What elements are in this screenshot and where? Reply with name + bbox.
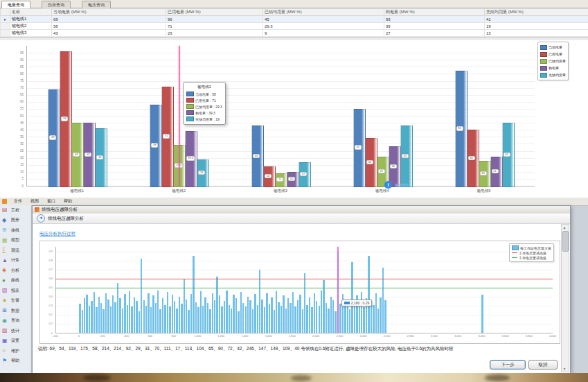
sidebar-item-计算[interactable]: ▲计算 bbox=[0, 256, 31, 266]
bar[interactable] bbox=[332, 300, 334, 333]
bar[interactable] bbox=[231, 309, 232, 333]
bar[interactable] bbox=[207, 303, 208, 333]
bar[interactable] bbox=[136, 301, 137, 333]
sidebar-item-帮助[interactable]: ⚑帮助 bbox=[0, 356, 31, 367]
info-dot-icon[interactable]: i bbox=[384, 181, 392, 189]
bar[interactable] bbox=[200, 291, 202, 333]
sidebar-item-图形[interactable]: ◆图形 bbox=[0, 216, 31, 226]
bar[interactable] bbox=[164, 305, 166, 333]
bar[interactable] bbox=[148, 293, 149, 333]
menu-item-3[interactable]: 窗口 bbox=[43, 198, 60, 205]
bar[interactable] bbox=[84, 298, 85, 333]
bar[interactable] bbox=[274, 310, 275, 333]
bar[interactable] bbox=[245, 306, 247, 333]
bar[interactable] bbox=[278, 302, 279, 333]
bar[interactable] bbox=[131, 306, 132, 333]
column-header[interactable]: 已纳均用量 (MW·%) bbox=[263, 9, 384, 16]
scroll-up-icon[interactable]: ▲ bbox=[562, 225, 567, 230]
bar[interactable] bbox=[139, 311, 140, 333]
bar[interactable] bbox=[226, 290, 227, 333]
bar[interactable] bbox=[212, 293, 213, 333]
bar[interactable] bbox=[82, 310, 83, 333]
sidebar-item-数据[interactable]: ⊞数据 bbox=[0, 306, 31, 316]
bar[interactable] bbox=[167, 292, 168, 333]
bar[interactable] bbox=[351, 262, 353, 333]
bar[interactable] bbox=[141, 259, 142, 333]
bar[interactable] bbox=[314, 293, 315, 333]
menu-item-2[interactable]: 视图 bbox=[26, 198, 43, 205]
bar[interactable] bbox=[169, 306, 170, 333]
tab-2[interactable]: 负荷查询 bbox=[42, 1, 71, 8]
bar[interactable] bbox=[287, 298, 289, 333]
menu-item-4[interactable]: 帮助 bbox=[60, 198, 76, 205]
bar[interactable] bbox=[349, 309, 350, 333]
bar[interactable] bbox=[122, 309, 123, 333]
bar[interactable] bbox=[224, 301, 225, 333]
bar[interactable] bbox=[190, 294, 192, 333]
bar[interactable] bbox=[150, 307, 152, 333]
bar[interactable] bbox=[252, 309, 253, 333]
sidebar-item-统计[interactable]: ▨统计 bbox=[0, 326, 31, 336]
bar[interactable] bbox=[79, 304, 80, 333]
scroll-down-icon[interactable]: ▼ bbox=[562, 366, 567, 372]
bar[interactable] bbox=[339, 304, 341, 333]
column-header[interactable]: 构电量 (MW·%) bbox=[384, 9, 485, 16]
bar[interactable] bbox=[235, 298, 237, 333]
bar[interactable] bbox=[302, 309, 303, 333]
sidebar-item-曲线[interactable]: ●曲线 bbox=[0, 276, 31, 286]
bar[interactable] bbox=[110, 306, 112, 333]
scrollbar-thumb[interactable] bbox=[562, 231, 569, 252]
bar[interactable] bbox=[98, 297, 100, 333]
tab-3[interactable]: 电压查询 bbox=[82, 1, 111, 8]
bar[interactable] bbox=[261, 299, 262, 333]
bar[interactable] bbox=[242, 303, 244, 333]
bar[interactable] bbox=[306, 305, 308, 333]
bar[interactable] bbox=[157, 290, 159, 333]
bar[interactable] bbox=[380, 297, 381, 333]
bar[interactable] bbox=[294, 306, 296, 333]
next-button[interactable]: 下一步 bbox=[490, 360, 526, 370]
bar[interactable] bbox=[204, 297, 206, 333]
bar[interactable] bbox=[254, 294, 256, 333]
bar[interactable] bbox=[143, 300, 145, 333]
bar[interactable] bbox=[174, 301, 175, 333]
bar[interactable] bbox=[326, 303, 327, 333]
bar[interactable] bbox=[280, 306, 282, 333]
bar[interactable] bbox=[233, 295, 234, 333]
bar[interactable] bbox=[93, 292, 95, 333]
tab-1[interactable]: 电量查询 bbox=[1, 1, 30, 8]
bar[interactable] bbox=[238, 311, 239, 333]
bar[interactable] bbox=[96, 307, 97, 333]
bar[interactable] bbox=[105, 293, 107, 333]
bar[interactable] bbox=[311, 307, 312, 333]
isolated-bar[interactable] bbox=[481, 295, 483, 333]
bar[interactable] bbox=[297, 300, 299, 333]
column-header[interactable]: 当地电量 (MW·%) bbox=[52, 9, 166, 16]
bar[interactable] bbox=[179, 297, 180, 333]
bar[interactable] bbox=[159, 309, 161, 333]
bar[interactable] bbox=[240, 292, 242, 333]
menu-item-1[interactable]: 文件 bbox=[10, 198, 26, 205]
bar[interactable] bbox=[193, 256, 194, 333]
bar[interactable] bbox=[219, 295, 220, 333]
bar[interactable] bbox=[299, 295, 301, 333]
bar[interactable] bbox=[321, 290, 322, 333]
sidebar-item-告警[interactable]: ★告警 bbox=[0, 296, 31, 306]
bar[interactable] bbox=[214, 300, 215, 333]
bar[interactable] bbox=[266, 293, 267, 333]
process-link[interactable]: 电压分析执行过程 bbox=[39, 231, 75, 237]
bar[interactable] bbox=[129, 291, 130, 333]
bar[interactable] bbox=[373, 305, 374, 333]
bar[interactable] bbox=[309, 297, 310, 333]
bar[interactable] bbox=[134, 297, 135, 333]
bar[interactable] bbox=[264, 307, 265, 333]
table-row[interactable]: ▸输电线16996459341 bbox=[1, 16, 588, 23]
bar[interactable] bbox=[107, 299, 109, 333]
sidebar-item-工程[interactable]: ▤工程 bbox=[0, 205, 31, 216]
bar[interactable] bbox=[202, 306, 204, 333]
bar[interactable] bbox=[145, 306, 147, 333]
bar[interactable] bbox=[363, 307, 364, 333]
bar[interactable] bbox=[361, 292, 362, 333]
sidebar-item-分析[interactable]: ◈分析 bbox=[0, 266, 31, 276]
bar[interactable] bbox=[247, 297, 249, 333]
